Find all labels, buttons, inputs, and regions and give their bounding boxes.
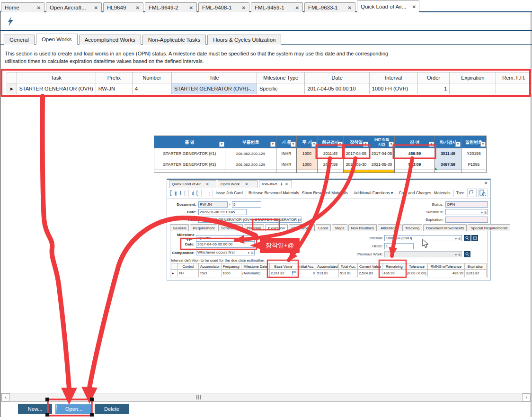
tab-home[interactable]: Home✕ bbox=[1, 2, 44, 12]
scroll-right-button[interactable]: › bbox=[522, 393, 531, 401]
col-base-value[interactable]: Base Value bbox=[270, 263, 297, 270]
cell-rem-fh[interactable] bbox=[496, 83, 532, 94]
col-cycle[interactable]: 주 기▼ bbox=[297, 136, 318, 148]
release-reserved-materials-button[interactable]: Release Reserved Materials bbox=[248, 190, 299, 195]
dropdown-icon[interactable]: ▾ bbox=[455, 252, 457, 257]
cell-last-inspection-1[interactable]: 2011:49 bbox=[318, 148, 344, 159]
close-icon[interactable]: ✕ bbox=[245, 182, 248, 186]
row-selector-icon[interactable]: ▸ bbox=[171, 270, 178, 277]
interval-search-button[interactable] bbox=[464, 235, 470, 241]
cell-rmng-tolerance[interactable]: 486.99 bbox=[427, 270, 464, 277]
date-field[interactable]: 2022-01-08 23:13:45 bbox=[198, 209, 247, 215]
document-search-icon[interactable] bbox=[478, 189, 488, 197]
col-install-date[interactable]: 장착일▼ bbox=[344, 136, 369, 148]
col-milestone-type[interactable]: Milestone Type bbox=[257, 73, 305, 83]
cell-number[interactable]: 4 bbox=[132, 83, 171, 94]
attachment-icon[interactable] bbox=[467, 189, 477, 197]
cell[interactable]: 1000 bbox=[297, 148, 318, 159]
clear-icon[interactable]: ⊗ bbox=[458, 252, 461, 257]
dtab-general[interactable]: General bbox=[170, 224, 189, 231]
cell-expiration[interactable] bbox=[450, 83, 496, 94]
dtab-planning[interactable]: Planning bbox=[244, 224, 264, 231]
col-accumulator[interactable]: Accumulator bbox=[199, 263, 222, 270]
cell-install-date-1[interactable]: 2017-04-05 bbox=[344, 148, 369, 159]
filter-icon[interactable]: ▼ bbox=[219, 142, 224, 147]
col-task[interactable]: Task bbox=[17, 73, 96, 83]
col-date[interactable]: Date bbox=[305, 73, 369, 83]
dtab-steps[interactable]: Steps bbox=[332, 224, 347, 231]
cell-interval[interactable]: 1000 FH (OVH) bbox=[369, 83, 417, 94]
excel-row-1[interactable]: STARTER GENERATOR (#1) 206-062-200-129 I… bbox=[154, 148, 487, 159]
col-milestone-date[interactable]: Milestone Date bbox=[241, 263, 270, 270]
close-icon[interactable]: ✕ bbox=[37, 5, 41, 10]
comparator-dropdown[interactable]: Whichever occurs first▾⊗ bbox=[196, 249, 255, 255]
horizontal-scrollbar[interactable]: ‹ › bbox=[1, 393, 531, 402]
col-remaining[interactable]: Remaining bbox=[382, 263, 406, 270]
cell-control[interactable]: FH bbox=[178, 270, 199, 277]
dtab-alterations[interactable]: Alterations bbox=[378, 224, 401, 231]
cell[interactable]: 2467:59 bbox=[318, 159, 344, 170]
interval-dropdown[interactable]: 1000 FH (OVH)▾⊗ bbox=[384, 235, 462, 241]
col-rem-fh[interactable]: Rem. F.H. bbox=[496, 73, 532, 83]
new-button[interactable]: New... bbox=[18, 404, 52, 414]
tab-quick-load[interactable]: Quick Load of Air... ✕ bbox=[357, 0, 419, 12]
dtab-expiration[interactable]: Expiration bbox=[265, 224, 288, 231]
cell[interactable]: P1095 bbox=[461, 159, 487, 170]
clear-icon[interactable]: ⊗ bbox=[484, 210, 487, 215]
materials-button[interactable]: Materials bbox=[434, 190, 450, 195]
dtab-child-works[interactable]: Child Works bbox=[289, 224, 315, 231]
title-field[interactable]: STARTER GENERATOR (OVH)-STARTER GENERATO… bbox=[198, 217, 301, 223]
new-document-icon[interactable] bbox=[170, 190, 172, 196]
tree-button[interactable]: Tree bbox=[456, 190, 464, 195]
dtab-tracking[interactable]: Tracking bbox=[402, 224, 422, 231]
delete-button[interactable]: Delete bbox=[95, 404, 129, 414]
col-control[interactable]: Control bbox=[178, 263, 199, 270]
cell-accumulator[interactable]: TSO bbox=[199, 270, 222, 277]
clear-icon[interactable]: ⊗ bbox=[458, 236, 461, 241]
tab-accomplished-works[interactable]: Accomplished Works bbox=[79, 35, 141, 45]
col-title[interactable]: Title bbox=[171, 73, 257, 83]
tab-fml-9408-1[interactable]: FML-9408-1✕ bbox=[198, 2, 249, 12]
excel-row-2[interactable]: STARTER GENERATOR (#2) 206-062-200-129 I… bbox=[154, 159, 487, 170]
milestone-date-field[interactable]: 2017-04-06 00:00:00 bbox=[196, 241, 255, 248]
print-icon[interactable] bbox=[192, 190, 194, 196]
table-row[interactable]: ▶ STARTER GENERATOR (OVH) RW-JN 4 STARTE… bbox=[7, 83, 532, 94]
tab-hours-cycles[interactable]: Hours & Cycles Utilization bbox=[207, 35, 281, 45]
save-icon[interactable] bbox=[184, 190, 186, 196]
row-selector-icon[interactable]: ▶ bbox=[7, 83, 17, 94]
clear-icon[interactable]: ⊗ bbox=[250, 250, 254, 255]
col-serial-number[interactable]: 일련번호▼ bbox=[461, 136, 487, 148]
clear-icon[interactable]: ⊗ bbox=[250, 236, 254, 241]
cell-base-value[interactable]: 2,011.82 bbox=[270, 270, 297, 277]
substatus-dropdown[interactable]: ▾⊗ bbox=[445, 209, 488, 215]
bolt-active-icon[interactable] bbox=[204, 190, 206, 196]
cell-remaining-1[interactable]: 486:59 bbox=[395, 148, 435, 159]
col-prefix[interactable]: Prefix bbox=[96, 73, 132, 83]
document-number-field[interactable]: 5 bbox=[232, 201, 261, 208]
dropdown-icon[interactable]: ▾ bbox=[248, 236, 249, 241]
inner-tab-quick-load[interactable]: Quick Load of Air...✕ bbox=[169, 180, 216, 188]
cell[interactable]: 2017-04-05 bbox=[369, 148, 395, 159]
cell[interactable]: 1000 bbox=[297, 159, 318, 170]
cell-frequency[interactable]: 1000 bbox=[222, 270, 241, 277]
dtab-requirement[interactable]: Requirement bbox=[190, 224, 217, 231]
dropdown-icon[interactable]: ▾ bbox=[248, 250, 249, 255]
col-init-install-time[interactable]: INIT 장착 시간▼ bbox=[369, 136, 395, 148]
cell-task[interactable]: STARTER GENERATOR (OVH) bbox=[17, 83, 96, 94]
cost-and-charges-button[interactable]: Cost and Charges bbox=[399, 190, 432, 195]
col-accumulated[interactable]: Accumulated bbox=[316, 263, 339, 270]
col-next-inspection[interactable]: 차기검사▼ bbox=[435, 136, 461, 148]
close-icon[interactable]: ✕ bbox=[285, 182, 288, 186]
col-number[interactable]: Number bbox=[132, 73, 171, 83]
inner-tab-rw-jn-5[interactable]: RW-JN-5 ✕ bbox=[259, 180, 292, 188]
dtab-document-movements[interactable]: Document Movements bbox=[423, 224, 467, 231]
dropdown-icon[interactable]: ▾ bbox=[481, 210, 483, 215]
cell[interactable]: 206-062-200-129 bbox=[225, 159, 276, 170]
close-icon[interactable]: ✕ bbox=[189, 5, 193, 10]
col-last-inspection[interactable]: 최근검사▼ bbox=[318, 136, 344, 148]
tab-hl9649[interactable]: HL9649✕ bbox=[103, 2, 143, 12]
issue-job-card-button[interactable]: Issue Job Card bbox=[215, 190, 242, 195]
cell[interactable]: 206-062-200-129 bbox=[225, 148, 276, 159]
filter-icon[interactable]: ▼ bbox=[270, 142, 275, 147]
filter-icon[interactable]: ▼ bbox=[337, 142, 343, 147]
